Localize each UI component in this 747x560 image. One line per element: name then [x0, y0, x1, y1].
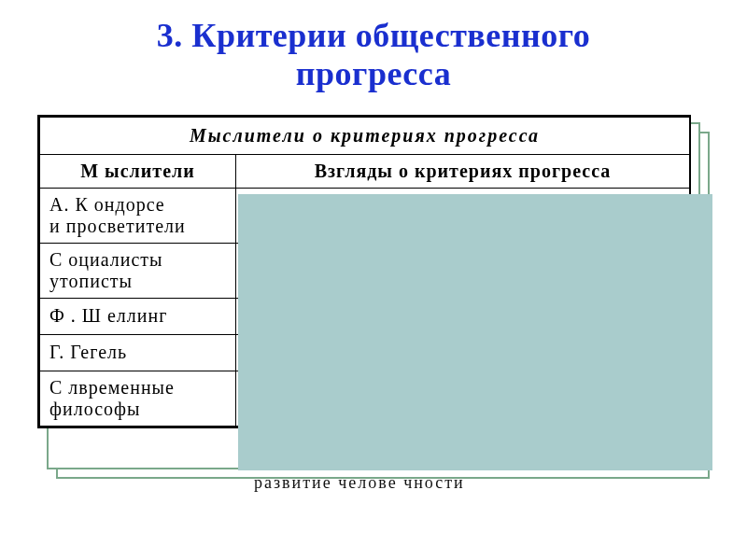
- title-line-1: 3. Критерии общественного: [157, 17, 590, 54]
- table-container: Мыслители о критериях прогресса М ыслите…: [37, 115, 710, 428]
- criteria-table: Мыслители о критериях прогресса М ыслите…: [37, 115, 691, 428]
- thinker-line: А. К ондорсе: [49, 194, 165, 215]
- slide: 3. Критерии общественного прогресса Мысл…: [0, 0, 747, 560]
- table-caption-row: Мыслители о критериях прогресса: [40, 117, 690, 154]
- thinker-cell: С оциалисты утописты: [40, 243, 236, 298]
- thinker-cell: Г. Гегель: [40, 334, 236, 371]
- thinker-cell: А. К ондорсе и просветители: [40, 188, 236, 243]
- thinker-line: С оциалисты: [49, 249, 163, 270]
- title-line-2: прогресса: [296, 55, 451, 92]
- thinker-cell: С лвременные философы: [40, 371, 236, 426]
- thinker-line: философы: [49, 399, 140, 419]
- table-header-row: М ыслители Взгляды о критериях прогресса: [40, 154, 690, 188]
- col-header-thinkers: М ыслители: [40, 154, 236, 188]
- col-header-views: Взгляды о критериях прогресса: [236, 154, 690, 188]
- thinker-cell: Ф . Ш еллинг: [40, 298, 236, 334]
- page-title: 3. Критерии общественного прогресса: [35, 17, 712, 94]
- overlay-box: [238, 194, 712, 470]
- table-caption: Мыслители о критериях прогресса: [40, 117, 690, 154]
- thinker-line: и просветители: [49, 216, 186, 236]
- thinker-line: утописты: [49, 271, 133, 291]
- footer-fragment-text: развитие челове чности: [254, 473, 465, 493]
- thinker-line: С лвременные: [49, 377, 175, 398]
